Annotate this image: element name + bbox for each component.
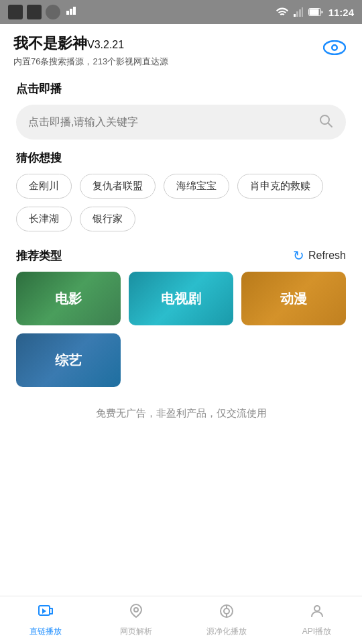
- refresh-label: Refresh: [308, 250, 346, 262]
- app-icon-2: [27, 5, 42, 19]
- status-left-icons: [8, 5, 78, 19]
- nav-web-parse[interactable]: 网页解析: [90, 603, 181, 637]
- app-title: 我不是影神V3.2.21: [13, 34, 168, 54]
- battery-icon: [308, 8, 323, 16]
- category-section: 推荐类型 ↻ Refresh 电影 电视剧 动漫 综艺: [0, 242, 362, 387]
- tag-jingangchuan[interactable]: 金刚川: [16, 174, 72, 199]
- header-left: 我不是影神V3.2.21 内置76条搜索播源，213个影视网直达源: [13, 34, 168, 68]
- svg-point-8: [333, 46, 337, 50]
- tag-avengers[interactable]: 复仇者联盟: [80, 174, 156, 199]
- search-wrap: [0, 102, 362, 150]
- category-header: 推荐类型 ↻ Refresh: [0, 242, 362, 272]
- status-bar: 11:24: [0, 0, 362, 24]
- app-icon-4: [64, 5, 78, 19]
- category-anime[interactable]: 动漫: [241, 272, 346, 325]
- api-play-icon: [309, 603, 325, 623]
- suggestion-tags: 金刚川 复仇者联盟 海绵宝宝 肖申克的救赎 长津湖 银行家: [16, 174, 346, 231]
- svg-rect-2: [299, 9, 301, 17]
- category-title: 推荐类型: [16, 248, 62, 264]
- app-icon-3: [46, 5, 60, 19]
- wifi-icon: [276, 7, 288, 17]
- tag-spongebob[interactable]: 海绵宝宝: [164, 174, 229, 199]
- eye-button[interactable]: [320, 34, 349, 62]
- search-icon: [318, 113, 334, 131]
- signal-icon: [294, 7, 303, 17]
- app-subtitle: 内置76条搜索播源，213个影视网直达源: [13, 56, 168, 68]
- category-movies[interactable]: 电影: [16, 272, 121, 325]
- search-section: 点击即播: [0, 74, 362, 150]
- search-input[interactable]: [28, 116, 318, 128]
- bottom-nav: 直链播放 网页解析 源净化播放 API播放: [0, 596, 362, 644]
- nav-purify-label: 源净化播放: [206, 626, 247, 637]
- svg-rect-5: [309, 9, 318, 15]
- status-right-info: 11:24: [276, 7, 354, 18]
- nav-api-label: API播放: [302, 626, 331, 637]
- clock: 11:24: [328, 7, 354, 18]
- category-tv[interactable]: 电视剧: [129, 272, 233, 325]
- nav-direct-play[interactable]: 直链播放: [0, 603, 90, 637]
- tag-banker[interactable]: 银行家: [80, 207, 135, 231]
- svg-line-10: [328, 123, 333, 127]
- nav-api-play[interactable]: API播放: [272, 603, 362, 637]
- refresh-icon: ↻: [293, 248, 304, 264]
- footer-text: 免费无广告，非盈利产品，仅交流使用: [0, 387, 362, 433]
- suggestions-section: 猜你想搜 金刚川 复仇者联盟 海绵宝宝 肖申克的救赎 长津湖 银行家: [0, 150, 362, 242]
- svg-rect-0: [294, 14, 296, 17]
- category-grid: 电影 电视剧 动漫 综艺: [0, 272, 362, 387]
- search-title: 点击即播: [0, 74, 362, 102]
- app-icon-1: [8, 5, 23, 19]
- suggestions-title: 猜你想搜: [16, 150, 346, 166]
- svg-point-12: [134, 608, 138, 612]
- svg-point-17: [314, 606, 320, 611]
- tag-shawshank[interactable]: 肖申克的救赎: [237, 174, 323, 199]
- tag-changjinhu[interactable]: 长津湖: [16, 207, 72, 231]
- web-parse-icon: [128, 603, 144, 623]
- svg-rect-3: [302, 7, 303, 17]
- app-header: 我不是影神V3.2.21 内置76条搜索播源，213个影视网直达源: [0, 24, 362, 74]
- svg-point-14: [224, 608, 229, 614]
- category-variety[interactable]: 综艺: [16, 333, 121, 387]
- search-box[interactable]: [16, 105, 346, 140]
- nav-purify-play[interactable]: 源净化播放: [181, 603, 272, 637]
- direct-play-icon: [38, 603, 54, 623]
- svg-rect-1: [296, 11, 298, 17]
- refresh-button[interactable]: ↻ Refresh: [293, 248, 346, 264]
- purify-play-icon: [219, 603, 235, 623]
- eye-icon: [323, 40, 346, 55]
- nav-direct-label: 直链播放: [29, 626, 62, 637]
- nav-web-label: 网页解析: [120, 626, 152, 637]
